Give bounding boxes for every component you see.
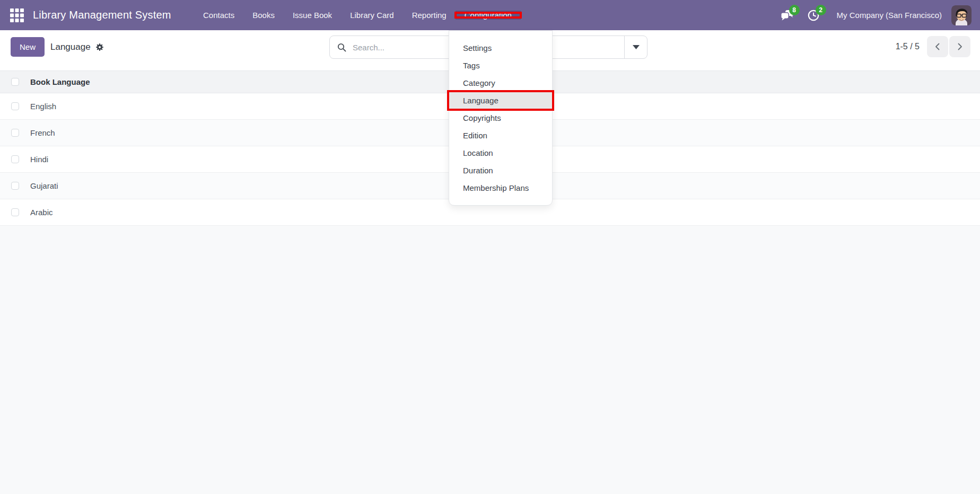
page-title: Language [50,42,91,52]
select-all-checkbox[interactable] [11,78,19,86]
row-checkbox[interactable] [11,129,19,137]
menu-item-membership-plans[interactable]: Membership Plans [449,179,552,197]
search-dropdown-toggle[interactable] [625,36,647,58]
column-header-book-language[interactable]: Book Language [30,77,90,86]
nav-menu-reporting[interactable]: Reporting [403,11,456,20]
menu-item-category[interactable]: Category [449,74,552,92]
menu-item-language-label: Language [463,96,498,105]
menu-item-tags[interactable]: Tags [449,57,552,74]
pager-value: 1-5 / 5 [896,42,920,51]
row-checkbox-cell [0,129,30,137]
user-avatar[interactable] [951,5,972,25]
row-checkbox[interactable] [11,155,19,163]
header-checkbox-cell [0,78,30,86]
top-navbar: Library Management System Contacts Books… [0,0,980,30]
nav-menu-books[interactable]: Books [243,11,284,20]
nav-menu-contacts[interactable]: Contacts [194,11,243,20]
navbar-right: 8 2 My Company (San Francisco) [778,0,980,30]
messages-count-badge: 8 [789,5,800,15]
chevron-down-icon [633,45,640,49]
cell-book-language: French [30,128,55,137]
nav-menu-issue-book[interactable]: Issue Book [284,11,341,20]
pager-previous-button[interactable] [927,36,948,57]
pager-buttons [927,36,970,57]
menu-item-location[interactable]: Location [449,144,552,162]
chevron-left-icon [934,42,941,51]
menu-item-copyrights[interactable]: Copyrights [449,109,552,127]
navbar-left: Library Management System Contacts Books… [0,0,521,30]
cell-book-language: Hindi [30,155,48,164]
nav-menu-configuration-label: Configuration [465,11,512,20]
row-checkbox[interactable] [11,102,19,110]
menu-item-language[interactable]: Language [449,92,552,109]
new-button[interactable]: New [11,37,45,57]
avatar-image [951,5,972,25]
row-checkbox-cell [0,155,30,163]
nav-menu-library-card[interactable]: Library Card [341,11,403,20]
cell-book-language: Gujarati [30,181,58,190]
cell-book-language: Arabic [30,208,53,217]
activities-icon-button[interactable]: 2 [805,6,823,24]
menu-item-duration[interactable]: Duration [449,162,552,179]
messages-icon-button[interactable]: 8 [778,6,797,24]
search-icon [330,43,353,52]
pager-next-button[interactable] [949,36,970,57]
app-title[interactable]: Library Management System [33,9,180,21]
breadcrumb: Language [50,37,104,57]
row-checkbox[interactable] [11,208,19,216]
pager: 1-5 / 5 [896,36,970,57]
configuration-dropdown-menu: Settings Tags Category Language Copyrigh… [449,30,553,206]
chevron-right-icon [956,42,964,51]
menu-item-edition[interactable]: Edition [449,127,552,144]
activities-count-badge: 2 [816,5,826,15]
menu-item-settings[interactable]: Settings [449,39,552,57]
navbar-spacer [521,0,778,30]
cell-book-language: English [30,102,56,111]
row-checkbox-cell [0,102,30,110]
row-checkbox[interactable] [11,182,19,190]
apps-grid-icon[interactable] [8,7,25,24]
apps-grid-glyph [10,8,24,22]
row-checkbox-cell [0,182,30,190]
row-checkbox-cell [0,208,30,216]
nav-menu-configuration[interactable]: Configuration [456,11,521,20]
company-switcher[interactable]: My Company (San Francisco) [837,11,942,20]
gear-icon[interactable] [95,43,104,51]
